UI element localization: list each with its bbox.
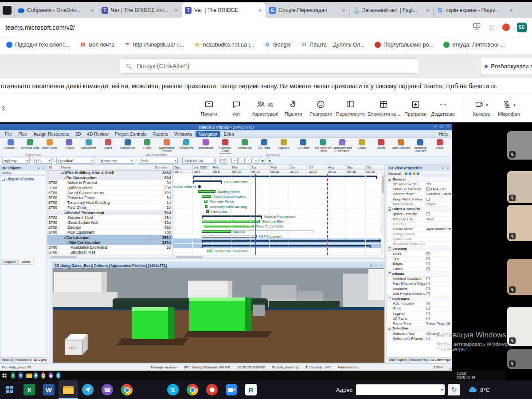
taskbar-telegram-button[interactable]	[78, 380, 98, 399]
taskbar-chrome-button[interactable]	[183, 380, 202, 399]
taskbar-explorer-button[interactable]	[59, 380, 78, 399]
property-row-colour-mode[interactable]: Colour ModeAppearance Profiles	[387, 227, 451, 231]
checkbox[interactable]	[426, 337, 430, 340]
property-row-shadows[interactable]: Shadows	[387, 286, 451, 291]
property-value-cell[interactable]	[425, 212, 451, 215]
ribbon-3d-paths[interactable]: 3D Paths	[254, 139, 274, 154]
view-tab-gantt[interactable]: Gantt	[19, 259, 34, 265]
dot-icon[interactable]	[413, 172, 415, 175]
resize-grip[interactable]	[448, 367, 452, 370]
timeline-nav-icon[interactable]: ▶	[260, 158, 266, 164]
column-header-id[interactable]: ID	[47, 165, 60, 170]
combo-wykopy[interactable]: wykopy▾	[2, 158, 30, 164]
task-row[interactable]: ST00Award Subcontractors10d	[47, 191, 172, 196]
ribbon-dynamic-clash-detection[interactable]: Dynamic Clash Detection	[215, 139, 235, 154]
navigation-cube[interactable]: LEFT	[63, 333, 91, 360]
property-value-cell[interactable]: ✓	[425, 317, 451, 320]
tab-close-icon[interactable]: ×	[257, 7, 262, 14]
ribbon-documents[interactable]: Documents	[79, 139, 98, 154]
meeting-chat-button[interactable]: Чат	[223, 100, 250, 117]
menu-project-controls[interactable]: Project Controls	[112, 131, 149, 137]
property-section-general[interactable]: General	[387, 177, 451, 182]
gantt-row[interactable]: Temporary Hard Standing	[173, 204, 384, 209]
ribbon-users[interactable]: Users	[98, 139, 118, 154]
property-section-effects[interactable]: Effects	[387, 271, 451, 276]
meeting-apps-button[interactable]: Програми	[402, 100, 429, 117]
checkbox[interactable]	[2, 178, 5, 181]
address-bar[interactable]: teams.microsoft.com/v2/ ☆ SC	[0, 18, 532, 37]
property-value-cell[interactable]: 35.00	[425, 202, 451, 206]
property-row-focus-time[interactable]: Focus TimeFalse, Trsp. 18:00, 0...	[387, 321, 451, 326]
task-row[interactable]: ST00Glass Curtain Wall60d	[47, 220, 172, 225]
task-row[interactable]: ST00MEP Equipment70d	[47, 230, 172, 235]
task-row[interactable]: ST00Elevator65d	[47, 225, 172, 230]
bookmark-[interactable]: откуда: Липтовски-...	[443, 42, 505, 48]
taskbar-skype-button[interactable]: S	[163, 380, 183, 399]
timeline-nav-icon[interactable]: ›	[246, 158, 252, 164]
combo-resource[interactable]: Resource▾	[99, 158, 134, 164]
taskbar-chrome-button[interactable]	[117, 380, 137, 399]
browser-tab[interactable]: TЧат | The BRIDGE×	[182, 3, 266, 18]
checkbox[interactable]: ✓	[426, 302, 430, 305]
date-field[interactable]: 2016-08-06 ▴▾	[182, 158, 216, 164]
property-row-3d-window-title[interactable]: 3D Window Title3D	[387, 182, 451, 187]
task-row[interactable]: Pre Construction20d	[47, 176, 172, 180]
taskbar-revit-button[interactable]: R	[241, 380, 261, 399]
property-row-using-column[interactable]: Using Column	[387, 231, 451, 236]
meeting-mic-button[interactable]: ▾Мікрофон	[495, 100, 523, 117]
ribbon-alerts[interactable]: Alerts	[372, 139, 391, 154]
chevron-down-icon[interactable]: ▾	[513, 103, 516, 107]
viewport-header-icons[interactable]: ▾ □ ×	[370, 263, 383, 267]
property-row-legend[interactable]: Legend	[387, 311, 451, 316]
gantt-row[interactable]: Material Procurement	[173, 214, 384, 219]
participant-video-tile[interactable]	[507, 259, 532, 295]
property-row-baseline[interactable]: Baseline	[387, 222, 451, 227]
task-row[interactable]: Material Procurement70d	[47, 211, 172, 215]
property-value-cell[interactable]: ✓	[425, 252, 451, 255]
property-value-cell[interactable]: ✓1404, 372	[425, 187, 451, 191]
task-row[interactable]: ST00Temporary Hard Standing1d	[47, 200, 172, 205]
dock-tab-3d-objects[interactable]: 3D Objects	[32, 358, 47, 363]
gantt-row[interactable]: Award Subcontractors	[173, 194, 384, 199]
panel-header-icons[interactable]: ▾ ×	[38, 166, 45, 170]
ribbon-companies[interactable]: Companies	[118, 139, 137, 154]
ribbon-task-and-path-filters[interactable]: Task and Path Filters	[313, 139, 332, 154]
task-row[interactable]: ST00Notice to Proceed0d	[47, 180, 172, 185]
property-section-selection[interactable]: Selection	[387, 326, 451, 331]
browser-tab[interactable]: ⚓Загальний звіт | Гідр...×	[349, 3, 433, 18]
taskbar-zoom-button[interactable]	[222, 380, 241, 399]
property-value-cell[interactable]	[425, 282, 451, 285]
shared-taskbar-excel-button[interactable]: X	[9, 371, 17, 380]
checkbox[interactable]: ✓	[426, 267, 430, 270]
task-row[interactable]: Office Building, Core & Shell323d	[47, 171, 172, 176]
view-tab-support[interactable]: Support	[1, 259, 19, 265]
menu-4d-review[interactable]: 4D Review	[84, 131, 112, 137]
window-icon[interactable]	[3, 6, 12, 15]
checkbox[interactable]: ✓	[426, 257, 430, 260]
gantt-row[interactable]: Structural Steel	[173, 219, 384, 224]
property-row-lines[interactable]: Lines✓	[387, 251, 451, 256]
property-row-ambient-occlusion[interactable]: Ambient Occlusion	[387, 277, 451, 282]
browser-tab[interactable]: GGoogle Перекладач×	[266, 3, 349, 18]
participant-video-tile[interactable]	[507, 349, 532, 369]
chevron-down-icon[interactable]: ▾	[441, 387, 443, 392]
dot-icon[interactable]	[417, 172, 419, 175]
property-value-cell[interactable]: ✓	[425, 292, 451, 295]
viewport-titlebar[interactable]: 3D Using Dates [Best] Colours [Appearanc…	[53, 262, 384, 268]
gantt-row[interactable]	[173, 239, 384, 243]
menu-plan[interactable]: Plan	[15, 131, 30, 137]
tab-close-icon[interactable]: ×	[173, 7, 179, 14]
property-row-use-project-global-light[interactable]: Use Project Global Light✓	[387, 291, 451, 296]
address-go-button[interactable]: ↻	[448, 384, 460, 395]
premium-upgrade-button[interactable]: ◆ Розблокувати преміум-верс	[481, 58, 532, 74]
ribbon-user-fields[interactable]: User Fields	[40, 139, 59, 154]
bookmark-[interactable]: ✉Пошта – Дупляк Ол...	[301, 42, 364, 48]
cube-front-face[interactable]: LEFT	[65, 340, 82, 355]
ribbon-layouts[interactable]: Layouts	[274, 139, 293, 154]
property-value-cell[interactable]: False, Trsp. 18:00, 0...	[425, 321, 451, 325]
task-row[interactable]: ST00Structural Steel65d	[47, 215, 172, 220]
ribbon-codes[interactable]: Codes	[352, 139, 372, 154]
property-row-3d-paths[interactable]: 3D Paths✓	[387, 316, 451, 321]
checkbox[interactable]	[426, 307, 430, 310]
checkbox[interactable]: ✓	[426, 292, 430, 295]
